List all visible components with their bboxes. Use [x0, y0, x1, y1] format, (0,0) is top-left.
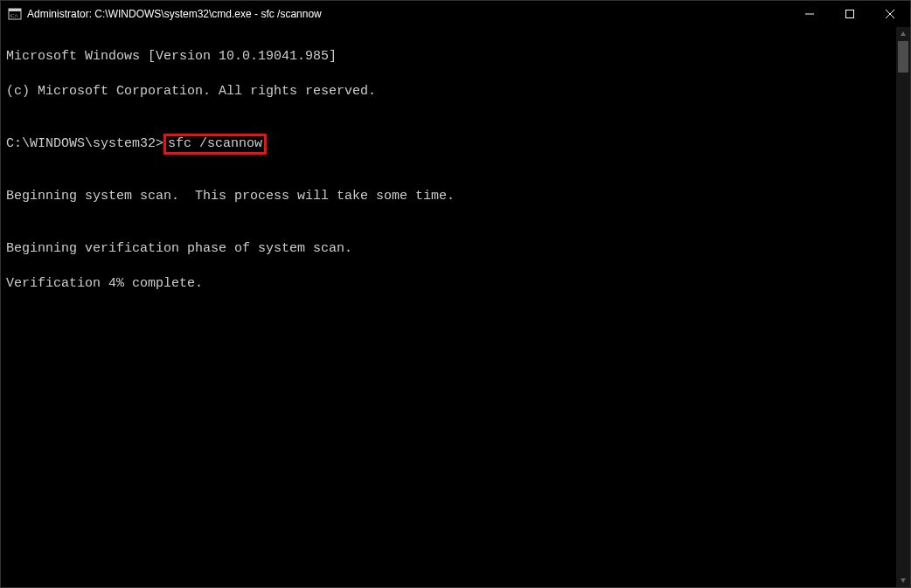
content-area: Microsoft Windows [Version 10.0.19041.98…: [1, 27, 910, 587]
output-line: Beginning verification phase of system s…: [6, 240, 891, 258]
scroll-down-arrow-icon[interactable]: [896, 573, 910, 587]
prompt: C:\WINDOWS\system32>: [6, 136, 163, 151]
output-line: Verification 4% complete.: [6, 275, 891, 293]
command-text: sfc /scannow: [168, 136, 262, 151]
svg-rect-4: [846, 10, 854, 18]
titlebar[interactable]: C:\ Administrator: C:\WINDOWS\system32\c…: [1, 1, 910, 27]
cmd-icon: C:\: [8, 7, 22, 21]
terminal-output[interactable]: Microsoft Windows [Version 10.0.19041.98…: [1, 27, 896, 587]
window-title: Administrator: C:\WINDOWS\system32\cmd.e…: [27, 8, 789, 20]
cmd-window: C:\ Administrator: C:\WINDOWS\system32\c…: [0, 0, 911, 588]
command-highlight: sfc /scannow: [163, 134, 267, 155]
scroll-thumb[interactable]: [898, 41, 908, 73]
output-line: (c) Microsoft Corporation. All rights re…: [6, 83, 891, 100]
vertical-scrollbar[interactable]: [896, 27, 910, 587]
output-line: Beginning system scan. This process will…: [6, 188, 891, 205]
maximize-button[interactable]: [830, 1, 870, 27]
output-line: Microsoft Windows [Version 10.0.19041.98…: [6, 48, 891, 66]
svg-marker-7: [901, 31, 906, 36]
svg-marker-8: [901, 578, 906, 583]
close-button[interactable]: [870, 1, 910, 27]
scroll-up-arrow-icon[interactable]: [896, 27, 910, 41]
minimize-button[interactable]: [789, 1, 830, 27]
window-controls: [789, 1, 910, 27]
svg-text:C:\: C:\: [10, 12, 18, 19]
svg-rect-1: [9, 9, 21, 11]
prompt-line: C:\WINDOWS\system32>sfc /scannow: [6, 135, 891, 153]
